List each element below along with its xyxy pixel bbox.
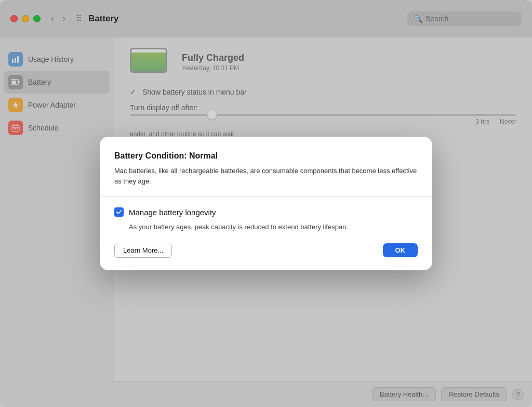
- checkbox-label: Manage battery longevity: [129, 208, 216, 217]
- modal-dialog: Battery Condition: Normal Mac batteries,…: [100, 137, 432, 270]
- modal-title: Battery Condition: Normal: [114, 151, 418, 161]
- learn-more-button[interactable]: Learn More...: [114, 243, 172, 258]
- modal-divider: [100, 196, 432, 197]
- checkbox-row: Manage battery longevity: [114, 207, 418, 217]
- modal-footer: Learn More... OK: [114, 243, 418, 258]
- checkbox-sublabel: As your battery ages, peak capacity is r…: [129, 222, 418, 232]
- modal-overlay: Battery Condition: Normal Mac batteries,…: [0, 0, 532, 407]
- manage-longevity-checkbox[interactable]: [114, 207, 124, 217]
- modal-description: Mac batteries, like all rechargeable bat…: [114, 166, 418, 186]
- ok-button[interactable]: OK: [383, 243, 418, 257]
- main-window: ‹ › ⠿ Battery 🔍 Usage History: [0, 0, 532, 407]
